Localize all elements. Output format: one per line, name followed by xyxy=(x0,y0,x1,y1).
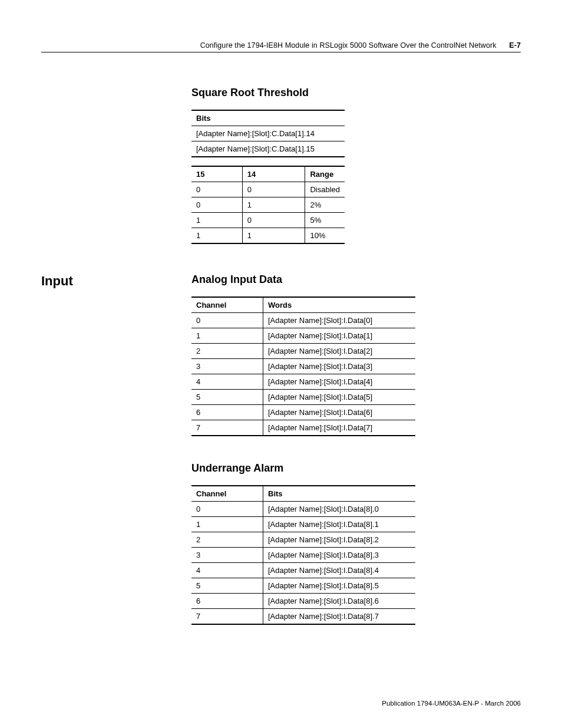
footer-publication: Publication 1794-UM063A-EN-P - March 200… xyxy=(382,700,521,707)
table-cell: [Adapter Name]:[Slot]:I.Data[8].6 xyxy=(263,594,416,609)
table-cell: 1 xyxy=(191,213,242,228)
table-underrange-alarm: Channel Bits 0[Adapter Name]:[Slot]:I.Da… xyxy=(191,485,415,625)
table-cell: 2 xyxy=(191,344,263,359)
th-bits: Bits xyxy=(263,486,416,502)
table-cell: [Adapter Name]:[Slot]:I.Data[3] xyxy=(263,359,416,374)
table-cell: 10% xyxy=(305,228,345,244)
table-cell: [Adapter Name]:[Slot]:I.Data[0] xyxy=(263,313,416,328)
table-cell: 1 xyxy=(191,328,263,344)
table-cell: [Adapter Name]:[Slot]:I.Data[2] xyxy=(263,344,416,359)
th-14: 14 xyxy=(242,166,305,182)
table-cell: [Adapter Name]:[Slot]:I.Data[8].3 xyxy=(263,548,416,563)
table-cell: [Adapter Name]:[Slot]:I.Data[7] xyxy=(263,420,416,436)
th-15: 15 xyxy=(191,166,242,182)
th-channel: Channel xyxy=(191,486,263,502)
table-cell: [Adapter Name]:[Slot]:I.Data[5] xyxy=(263,390,416,405)
table-cell: 5 xyxy=(191,578,263,594)
table-cell: 3 xyxy=(191,548,263,563)
table-cell: [Adapter Name]:[Slot]:C.Data[1].15 xyxy=(191,141,345,157)
table-cell: 4 xyxy=(191,563,263,578)
table-cell: [Adapter Name]:[Slot]:I.Data[4] xyxy=(263,374,416,390)
header-page: E-7 xyxy=(509,41,521,50)
table-cell: 0 xyxy=(191,313,263,328)
table-cell: Disabled xyxy=(305,182,345,197)
table-cell: 0 xyxy=(191,182,242,197)
table-cell: 0 xyxy=(191,197,242,213)
table-cell: 2 xyxy=(191,532,263,548)
table-cell: 7 xyxy=(191,609,263,625)
table-cell: 3 xyxy=(191,359,263,374)
table-cell: 7 xyxy=(191,420,263,436)
table-cell: [Adapter Name]:[Slot]:C.Data[1].14 xyxy=(191,126,345,141)
table-cell: 0 xyxy=(191,502,263,517)
table-range: 15 14 Range 0 0 Disabled 0 1 2% xyxy=(191,166,345,244)
heading-square-root-threshold: Square Root Threshold xyxy=(191,87,521,99)
heading-underrange-alarm: Underrange Alarm xyxy=(191,462,521,475)
table-cell: [Adapter Name]:[Slot]:I.Data[8].1 xyxy=(263,517,416,532)
heading-analog-input-data: Analog Input Data xyxy=(191,274,521,286)
table-analog-input: Channel Words 0[Adapter Name]:[Slot]:I.D… xyxy=(191,297,415,436)
table-cell: 2% xyxy=(305,197,345,213)
table-cell: 5 xyxy=(191,390,263,405)
header-title: Configure the 1794-IE8H Module in RSLogi… xyxy=(200,41,497,50)
table-cell: 0 xyxy=(242,182,305,197)
table-cell: [Adapter Name]:[Slot]:I.Data[8].0 xyxy=(263,502,416,517)
table-bits: Bits [Adapter Name]:[Slot]:C.Data[1].14 … xyxy=(191,110,345,157)
table-cell: 1 xyxy=(242,197,305,213)
table-cell: [Adapter Name]:[Slot]:I.Data[8].7 xyxy=(263,609,416,625)
table-cell: 5% xyxy=(305,213,345,228)
table-cell: 1 xyxy=(191,228,242,244)
th-bits: Bits xyxy=(191,110,345,126)
table-cell: 4 xyxy=(191,374,263,390)
table-cell: 6 xyxy=(191,594,263,609)
table-cell: [Adapter Name]:[Slot]:I.Data[8].2 xyxy=(263,532,416,548)
table-cell: 6 xyxy=(191,405,263,420)
table-cell: 1 xyxy=(242,228,305,244)
section-label-input: Input xyxy=(41,274,191,289)
table-cell: [Adapter Name]:[Slot]:I.Data[8].4 xyxy=(263,563,416,578)
table-cell: [Adapter Name]:[Slot]:I.Data[6] xyxy=(263,405,416,420)
table-cell: [Adapter Name]:[Slot]:I.Data[1] xyxy=(263,328,416,344)
th-channel: Channel xyxy=(191,297,263,313)
table-cell: [Adapter Name]:[Slot]:I.Data[8].5 xyxy=(263,578,416,594)
th-words: Words xyxy=(263,297,416,313)
th-range: Range xyxy=(305,166,345,182)
table-cell: 1 xyxy=(191,517,263,532)
table-cell: 0 xyxy=(242,213,305,228)
running-header: Configure the 1794-IE8H Module in RSLogi… xyxy=(41,41,521,52)
